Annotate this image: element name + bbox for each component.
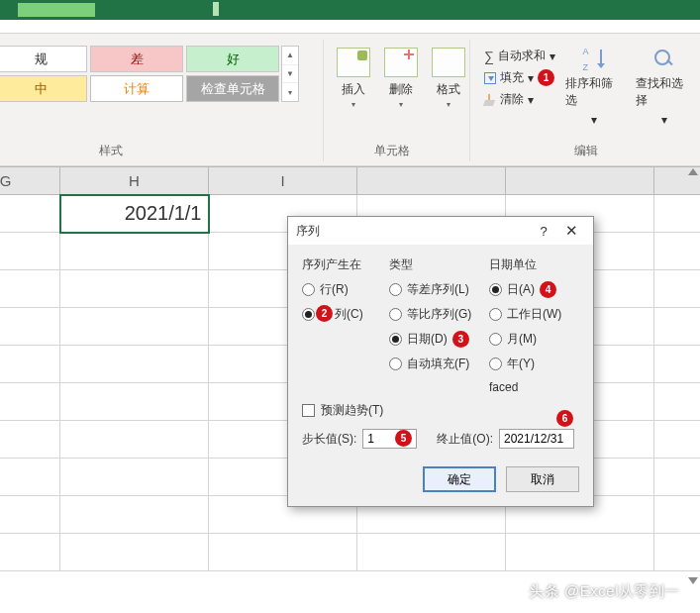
sort-icon [582,48,606,71]
insert-button[interactable]: 插入 ▾ [333,46,374,111]
radio-label-weekday: 工作日(W) [507,306,561,323]
ribbon: 规 差 好 中 计算 检查单元格 ▲ ▼ ▾ 样式 插入 ▾ 删除 ▾ 格式 ▾… [0,20,700,166]
find-select-button[interactable]: 查找和选择 ▾ [630,46,700,129]
style-neutral[interactable]: 中 [0,75,87,102]
radio-label-geo: 等比序列(G) [407,306,471,323]
autosum-label: 自动求和 [498,48,546,64]
radio-type-autofill[interactable]: 自动填充(F) [389,356,479,372]
radio-label-autofill: 自动填充(F) [407,356,469,372]
gallery-down-icon[interactable]: ▼ [282,65,298,84]
annotation-badge-6: 6 [556,410,573,427]
title-midmark [213,2,219,16]
watermark: 头条 @Excel从零到一 [529,582,680,601]
fill-label: 填充 [500,69,524,86]
radio-label-day: 日(A) [507,281,535,298]
delete-label: 删除 [389,81,413,98]
radio-type-arith[interactable]: 等差序列(L) [389,281,479,298]
radio-label-col: 列(C) [335,306,363,323]
radio-icon [489,308,502,321]
group-label-cells: 单元格 [374,143,410,159]
sort-filter-label: 排序和筛选 [565,75,624,109]
radio-dateunit-year[interactable]: 年(Y) [489,356,579,372]
chevron-down-icon: ▾ [550,50,555,63]
chevron-down-icon: ▾ [591,113,597,127]
delete-button[interactable]: 删除 ▾ [380,46,422,111]
cancel-button[interactable]: 取消 [506,466,579,492]
chevron-down-icon: ▾ [399,100,403,109]
chevron-down-icon: ▾ [528,71,534,85]
sigma-icon: ∑ [484,51,494,62]
editing-group: ∑ 自动求和 ▾ 填充 ▾ 1 清除 ▾ 排序和筛选 ▾ 查找和选择 [480,46,700,129]
dialog-title: 序列 [296,223,320,240]
radio-dateunit-weekday[interactable]: 工作日(W) [489,306,579,323]
type-label: 类型 [389,256,479,273]
col-header-i[interactable]: I [209,167,357,195]
radio-icon [389,333,402,346]
format-button[interactable]: 格式 ▾ [428,46,469,111]
annotation-badge-2: 2 [316,305,333,322]
fill-button[interactable]: 填充 ▾ 1 [484,69,555,86]
style-checkcell[interactable]: 检查单元格 [186,75,279,102]
chevron-down-icon: ▾ [661,113,667,127]
end-value-input[interactable] [499,429,574,449]
scroll-up-icon[interactable] [688,168,698,175]
fill-icon [484,72,496,84]
col-header-h[interactable]: H [60,167,209,195]
chevron-down-icon: ▾ [447,100,450,109]
sort-filter-button[interactable]: 排序和筛选 ▾ [559,46,630,129]
radio-type-date[interactable]: 日期(D) 3 [389,331,479,348]
trend-checkbox[interactable]: 预测趋势(T) [302,402,579,419]
series-dialog: 序列 ? ✕ 序列产生在 行(R) 2 列(C) 类型 [287,216,594,507]
produce-in-label: 序列产生在 [302,256,379,273]
style-calc[interactable]: 计算 [90,75,183,102]
trend-label: 预测趋势(T) [321,402,383,419]
annotation-badge-5: 5 [395,430,412,447]
format-icon [432,48,465,77]
radio-column-produce[interactable]: 2 列(C) [302,306,379,323]
style-gallery-more[interactable]: ▲ ▼ ▾ [281,46,299,102]
radio-row-produce[interactable]: 行(R) [302,281,379,298]
chevron-down-icon: ▾ [351,100,355,109]
ok-button[interactable]: 确定 [423,466,496,492]
radio-label-year: 年(Y) [507,356,535,372]
chevron-down-icon: ▾ [528,93,534,107]
close-button[interactable]: ✕ [557,222,585,240]
style-bad[interactable]: 差 [90,46,183,72]
col-header-blank2[interactable] [506,167,654,195]
radio-type-geo[interactable]: 等比序列(G) [389,306,479,323]
clear-button[interactable]: 清除 ▾ [484,91,555,108]
radio-label-month: 月(M) [507,331,537,348]
gallery-expand-icon[interactable]: ▾ [282,83,298,101]
cells-group: 插入 ▾ 删除 ▾ 格式 ▾ [333,46,469,111]
dialog-titlebar[interactable]: 序列 ? ✕ [288,217,593,245]
style-gallery[interactable]: 规 差 好 中 计算 检查单元格 [0,46,279,102]
help-button[interactable]: ? [530,224,557,239]
scroll-down-icon[interactable] [688,577,698,584]
find-select-label: 查找和选择 [636,75,694,109]
vertical-scrollbar[interactable] [686,168,700,584]
radio-dateunit-day[interactable]: 日(A) 4 [489,281,579,298]
radio-icon [489,283,502,296]
style-normal[interactable]: 规 [0,46,87,72]
dateunit-label: 日期单位 [489,256,579,273]
style-good[interactable]: 好 [186,46,279,72]
insert-label: 插入 [342,81,365,98]
col-header-g[interactable]: G [0,167,60,195]
format-label: 格式 [437,81,460,98]
radio-dateunit-month[interactable]: 月(M) [489,331,579,348]
clear-label: 清除 [500,91,524,108]
title-bar [0,0,700,20]
autosum-button[interactable]: ∑ 自动求和 ▾ [484,48,555,64]
radio-icon [302,283,315,296]
gallery-up-icon[interactable]: ▲ [282,47,298,65]
radio-icon [389,308,402,321]
find-icon [652,48,676,71]
radio-label-arith: 等差序列(L) [407,281,469,298]
radio-icon [489,358,502,370]
col-header-blank1[interactable] [357,167,506,195]
annotation-badge-3: 3 [452,331,469,348]
radio-label-date: 日期(D) [407,331,448,348]
radio-icon [489,333,502,346]
insert-icon [337,48,370,77]
active-cell[interactable]: 2021/1/1 [60,195,209,233]
